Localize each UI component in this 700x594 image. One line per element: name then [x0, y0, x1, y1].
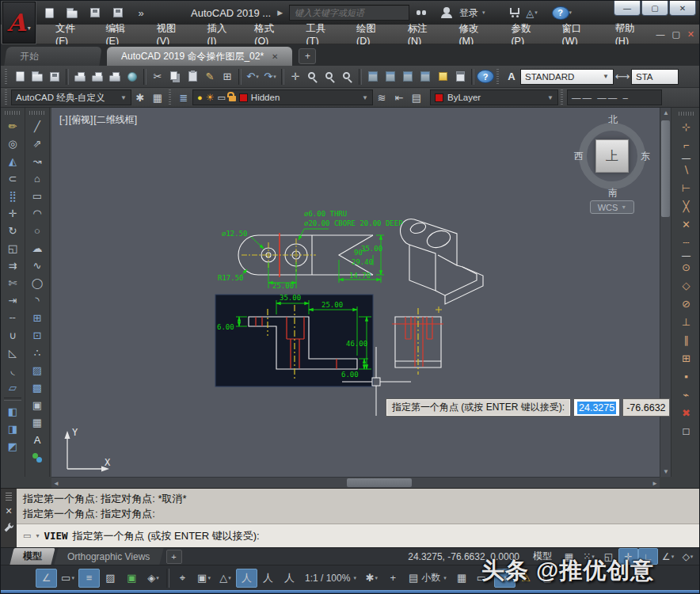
- explode-button[interactable]: ▱: [2, 379, 23, 396]
- a360-icon[interactable]: ◬▾: [523, 4, 541, 21]
- snap-nearest-button[interactable]: ⌁: [675, 386, 698, 404]
- osnap-settings-button[interactable]: □: [675, 422, 698, 440]
- layer-select[interactable]: ● ☀ ▭ Hidden ▼: [192, 89, 373, 105]
- scroll-up-icon[interactable]: ▲: [660, 109, 671, 116]
- properties-button[interactable]: [364, 68, 382, 86]
- save-button[interactable]: [46, 68, 63, 86]
- ellipse-button[interactable]: ◯: [27, 274, 48, 291]
- group-button[interactable]: [27, 448, 48, 466]
- zoom-previous-button[interactable]: [339, 68, 356, 86]
- workspace-switching-button[interactable]: ✱▾: [361, 569, 382, 588]
- publish-button[interactable]: [124, 68, 141, 86]
- new-button[interactable]: [11, 68, 29, 86]
- snap-extension-button[interactable]: ┄: [675, 234, 698, 252]
- match-properties-button[interactable]: ✎: [201, 68, 219, 86]
- model-space-canvas[interactable]: ⌀6.00 THRU ⌀20.00 CBORE 20.00 DEEP ⌀12.5…: [51, 108, 660, 477]
- sheet-set-manager-button[interactable]: [417, 68, 434, 86]
- viewcube-east-label[interactable]: 东: [641, 150, 650, 163]
- snap-tangent-button[interactable]: ⊘: [675, 295, 698, 313]
- tool-palettes-button[interactable]: [399, 68, 417, 86]
- toolbar-grip[interactable]: [5, 89, 9, 105]
- polygon-button[interactable]: ⌂: [27, 169, 48, 187]
- tab-orthographic-views[interactable]: Orthographic Views: [54, 548, 163, 565]
- markup-set-manager-button[interactable]: [434, 68, 451, 86]
- annotation-monitor-toggle[interactable]: ▣▾: [193, 569, 215, 588]
- paste-button[interactable]: [184, 68, 201, 86]
- qat-more-button[interactable]: »: [132, 4, 150, 21]
- zoom-window-button[interactable]: [321, 68, 339, 86]
- quickcalc-button[interactable]: [451, 68, 469, 86]
- viewcube-top-face[interactable]: 上: [595, 139, 629, 173]
- redo-button[interactable]: ↷▾: [261, 68, 279, 86]
- scroll-down-icon[interactable]: ▼: [660, 468, 671, 475]
- menu-view[interactable]: 视图(V): [146, 25, 197, 44]
- toolbar-grip[interactable]: [561, 89, 565, 105]
- text-style-select[interactable]: STANDARD▼: [520, 69, 614, 85]
- scale-button[interactable]: ◱: [2, 239, 23, 257]
- snap-center-button[interactable]: ⊙: [675, 258, 698, 276]
- hatch-button[interactable]: ▨: [27, 361, 48, 379]
- plot-button[interactable]: [71, 68, 89, 86]
- doc-close-button[interactable]: ✕: [687, 29, 694, 40]
- command-window-grip[interactable]: ✕: [1, 489, 17, 547]
- menu-edit[interactable]: 编辑(E): [95, 25, 146, 44]
- lineweight-toggle[interactable]: ≡: [78, 569, 100, 588]
- spline-button[interactable]: ∿: [27, 257, 48, 274]
- mirror-button[interactable]: ◭: [2, 152, 23, 169]
- recent-commands-icon[interactable]: ▾: [36, 532, 39, 539]
- toolbar-grip[interactable]: [29, 111, 45, 115]
- gizmo-toggle[interactable]: ◈▾: [143, 569, 164, 588]
- toolbar-grip[interactable]: [5, 69, 9, 85]
- workspace-settings-icon[interactable]: ✱: [131, 89, 149, 106]
- snap-apparent-intersection-button[interactable]: ✕: [675, 215, 698, 234]
- menu-file[interactable]: 文件(F): [45, 25, 95, 44]
- menu-tools[interactable]: 工具(T): [296, 25, 346, 44]
- point-button[interactable]: ∴: [27, 344, 48, 361]
- tab-model[interactable]: 模型: [10, 548, 55, 565]
- snap-intersection-button[interactable]: ╳: [675, 197, 698, 215]
- snap-node-button[interactable]: ▪: [675, 367, 698, 386]
- restore-button[interactable]: ▢: [641, 1, 668, 16]
- extend-button[interactable]: ⇥: [2, 291, 23, 309]
- plot-preview-button[interactable]: [89, 68, 106, 86]
- viewport-menu-control[interactable]: [-]: [59, 114, 68, 125]
- toolbar-grip[interactable]: [169, 89, 173, 105]
- snap-endpoint-button[interactable]: ∖: [675, 161, 698, 179]
- layer-vp-icon[interactable]: ▭: [217, 93, 225, 103]
- line-button[interactable]: ╱: [27, 117, 48, 135]
- layer-properties-button[interactable]: ≣: [175, 89, 192, 106]
- wcs-menu-button[interactable]: WCS▼: [590, 200, 634, 214]
- move-button[interactable]: ✛: [2, 204, 23, 222]
- minimize-button[interactable]: —: [614, 1, 641, 16]
- rectangle-button[interactable]: ▭: [27, 187, 48, 204]
- snap-none-button[interactable]: ✖: [675, 404, 698, 422]
- viewcube-south-label[interactable]: 南: [608, 186, 618, 200]
- viewcube[interactable]: 北 西 东 南 上: [571, 116, 653, 199]
- linetype-select[interactable]: —— —— –: [567, 89, 662, 105]
- menu-draw[interactable]: 绘图(D): [346, 25, 398, 44]
- workspace-select[interactable]: AutoCAD 经典-自定义▼: [11, 89, 131, 105]
- drag-handle[interactable]: [6, 493, 12, 501]
- trim-button[interactable]: ✄: [2, 274, 23, 291]
- polyline-button[interactable]: ↝: [27, 152, 48, 169]
- menu-window[interactable]: 窗口(W): [551, 25, 604, 44]
- vertical-scroll-thumb[interactable]: [661, 120, 670, 217]
- transparency-toggle[interactable]: ▨: [100, 569, 121, 588]
- offset-button[interactable]: ⊂: [2, 169, 23, 187]
- qat-new-button[interactable]: [40, 4, 58, 21]
- text-style-icon[interactable]: A: [503, 68, 520, 86]
- ellipse-arc-button[interactable]: ◝: [27, 291, 48, 309]
- construction-line-button[interactable]: ⇗: [27, 135, 48, 152]
- copy-object-button[interactable]: ◎: [2, 135, 23, 152]
- tab-close-icon[interactable]: ✕: [272, 52, 278, 61]
- snap-perpendicular-button[interactable]: ⊥: [675, 313, 698, 331]
- store-cart-icon[interactable]: [506, 4, 523, 21]
- menu-help[interactable]: 帮助(H): [605, 25, 656, 44]
- command-close-icon[interactable]: ✕: [5, 506, 12, 516]
- copy-button[interactable]: [166, 68, 184, 86]
- menu-modify[interactable]: 修改(M): [448, 25, 500, 44]
- snap-from-button[interactable]: ⌐: [675, 136, 698, 154]
- x-coordinate-input[interactable]: 24.3275: [573, 398, 620, 417]
- qat-open-button[interactable]: [63, 4, 81, 21]
- layer-previous-button[interactable]: ⇤: [390, 89, 408, 106]
